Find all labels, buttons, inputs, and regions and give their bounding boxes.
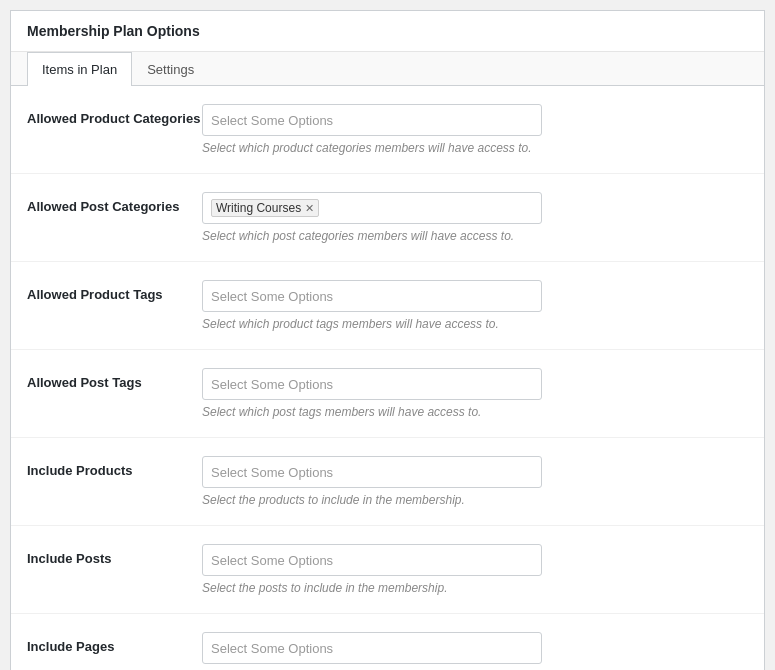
placeholder-include-products: Select Some Options (211, 465, 333, 480)
description-allowed-product-categories: Select which product categories members … (202, 141, 748, 155)
membership-plan-panel: Membership Plan Options Items in PlanSet… (10, 10, 765, 670)
label-allowed-product-categories: Allowed Product Categories (27, 104, 202, 128)
select-allowed-post-categories[interactable]: Writing Courses✕ (202, 192, 542, 224)
placeholder-include-pages: Select Some Options (211, 641, 333, 656)
description-include-posts: Select the posts to include in the membe… (202, 581, 748, 595)
field-include-posts: Select Some OptionsSelect the posts to i… (202, 544, 748, 595)
description-allowed-product-tags: Select which product tags members will h… (202, 317, 748, 331)
select-allowed-product-categories[interactable]: Select Some Options (202, 104, 542, 136)
panel-header: Membership Plan Options (11, 11, 764, 52)
select-include-pages[interactable]: Select Some Options (202, 632, 542, 664)
form-row-include-pages: Include PagesSelect Some OptionsSelect t… (11, 614, 764, 670)
placeholder-allowed-post-tags: Select Some Options (211, 377, 333, 392)
field-allowed-post-categories: Writing Courses✕Select which post catego… (202, 192, 748, 243)
placeholder-allowed-product-categories: Select Some Options (211, 113, 333, 128)
select-include-posts[interactable]: Select Some Options (202, 544, 542, 576)
tab-settings[interactable]: Settings (132, 52, 209, 86)
label-allowed-product-tags: Allowed Product Tags (27, 280, 202, 304)
select-allowed-product-tags[interactable]: Select Some Options (202, 280, 542, 312)
field-allowed-product-tags: Select Some OptionsSelect which product … (202, 280, 748, 331)
label-allowed-post-categories: Allowed Post Categories (27, 192, 202, 216)
tab-items-in-plan[interactable]: Items in Plan (27, 52, 132, 86)
field-allowed-post-tags: Select Some OptionsSelect which post tag… (202, 368, 748, 419)
description-include-products: Select the products to include in the me… (202, 493, 748, 507)
form-row-allowed-product-categories: Allowed Product CategoriesSelect Some Op… (11, 86, 764, 174)
placeholder-include-posts: Select Some Options (211, 553, 333, 568)
label-allowed-post-tags: Allowed Post Tags (27, 368, 202, 392)
label-include-posts: Include Posts (27, 544, 202, 568)
panel-title: Membership Plan Options (27, 23, 748, 39)
panel-body: Allowed Product CategoriesSelect Some Op… (11, 86, 764, 670)
label-include-pages: Include Pages (27, 632, 202, 656)
form-row-include-products: Include ProductsSelect Some OptionsSelec… (11, 438, 764, 526)
select-allowed-post-tags[interactable]: Select Some Options (202, 368, 542, 400)
field-include-products: Select Some OptionsSelect the products t… (202, 456, 748, 507)
description-allowed-post-categories: Select which post categories members wil… (202, 229, 748, 243)
field-include-pages: Select Some OptionsSelect the pages to i… (202, 632, 748, 670)
select-include-products[interactable]: Select Some Options (202, 456, 542, 488)
field-allowed-product-categories: Select Some OptionsSelect which product … (202, 104, 748, 155)
tab-bar: Items in PlanSettings (11, 52, 764, 86)
description-allowed-post-tags: Select which post tags members will have… (202, 405, 748, 419)
form-row-allowed-post-tags: Allowed Post TagsSelect Some OptionsSele… (11, 350, 764, 438)
tag-allowed-post-categories: Writing Courses✕ (211, 199, 319, 217)
form-row-allowed-product-tags: Allowed Product TagsSelect Some OptionsS… (11, 262, 764, 350)
label-include-products: Include Products (27, 456, 202, 480)
form-row-include-posts: Include PostsSelect Some OptionsSelect t… (11, 526, 764, 614)
placeholder-allowed-product-tags: Select Some Options (211, 289, 333, 304)
form-row-allowed-post-categories: Allowed Post CategoriesWriting Courses✕S… (11, 174, 764, 262)
remove-tag-icon[interactable]: ✕ (305, 202, 314, 215)
